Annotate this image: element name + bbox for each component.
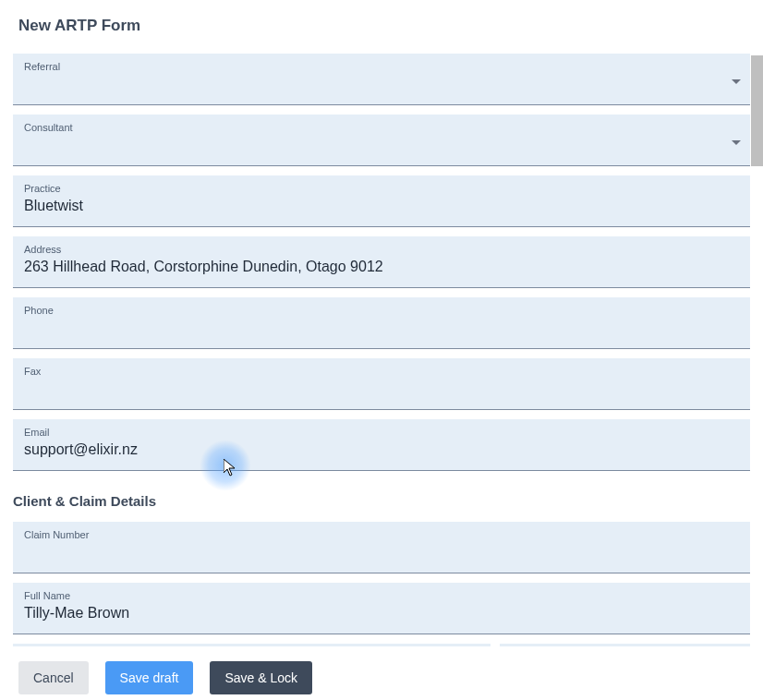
scrollbar-thumb[interactable] bbox=[751, 55, 763, 166]
cancel-button[interactable]: Cancel bbox=[18, 661, 89, 694]
email-value: support@elixir.nz bbox=[24, 440, 739, 460]
form-container: Referral Consultant Practice Bluetwist A… bbox=[0, 54, 763, 646]
page-title: New ARTP Form bbox=[0, 0, 763, 54]
full-name-label: Full Name bbox=[24, 590, 739, 601]
save-draft-button[interactable]: Save draft bbox=[105, 661, 194, 694]
save-lock-button[interactable]: Save & Lock bbox=[210, 661, 312, 694]
claim-number-value bbox=[24, 542, 739, 562]
practice-value: Bluetwist bbox=[24, 196, 739, 216]
fax-label: Fax bbox=[24, 366, 739, 377]
email-label: Email bbox=[24, 427, 739, 438]
chevron-down-icon bbox=[732, 71, 741, 88]
full-name-field[interactable]: Full Name Tilly-Mae Brown bbox=[13, 583, 750, 634]
phone-field[interactable]: Phone bbox=[13, 297, 750, 349]
full-name-value: Tilly-Mae Brown bbox=[24, 603, 739, 623]
referral-label: Referral bbox=[24, 61, 739, 72]
address-label: Address bbox=[24, 244, 739, 255]
address-value: 263 Hillhead Road, Corstorphine Dunedin,… bbox=[24, 257, 739, 277]
chevron-down-icon bbox=[732, 132, 741, 149]
consultant-select[interactable]: Consultant bbox=[13, 115, 750, 166]
referral-select[interactable]: Referral bbox=[13, 54, 750, 105]
fax-value bbox=[24, 379, 739, 399]
dob-field[interactable]: Date of Birth 10/05/2002 bbox=[500, 644, 750, 646]
fax-field[interactable]: Fax bbox=[13, 358, 750, 410]
claim-number-label: Claim Number bbox=[24, 529, 739, 540]
practice-field[interactable]: Practice Bluetwist bbox=[13, 175, 750, 227]
claim-number-field[interactable]: Claim Number bbox=[13, 522, 750, 573]
button-bar: Cancel Save draft Save & Lock bbox=[0, 656, 763, 700]
phone-value bbox=[24, 318, 739, 338]
email-field[interactable]: Email support@elixir.nz bbox=[13, 419, 750, 471]
section-client-claim-title: Client & Claim Details bbox=[13, 480, 750, 522]
practice-label: Practice bbox=[24, 183, 739, 194]
address-field[interactable]: Address 263 Hillhead Road, Corstorphine … bbox=[13, 236, 750, 288]
consultant-label: Consultant bbox=[24, 122, 739, 133]
client-address-field[interactable]: Address 11 Caledonian Road, Saint Albans… bbox=[13, 644, 490, 646]
phone-label: Phone bbox=[24, 305, 739, 316]
form-scroll-area[interactable]: New ARTP Form Referral Consultant Practi… bbox=[0, 0, 763, 646]
